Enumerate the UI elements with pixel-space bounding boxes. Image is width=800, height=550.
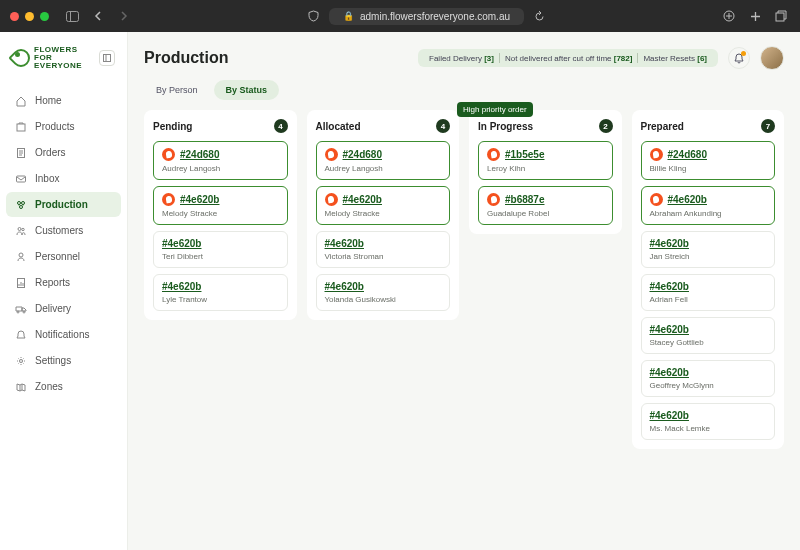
sidebar-item-label: Products <box>35 121 74 132</box>
maximize-window-icon[interactable] <box>40 12 49 21</box>
order-id-link[interactable]: #24d680 <box>180 149 219 160</box>
avatar[interactable] <box>760 46 784 70</box>
tabs-icon[interactable] <box>772 7 790 25</box>
order-card[interactable]: #4e620bGeoffrey McGlynn <box>641 360 776 397</box>
order-id-link[interactable]: #4e620b <box>650 367 689 378</box>
order-person: Leroy Kihn <box>487 164 604 173</box>
reload-icon[interactable] <box>530 7 548 25</box>
order-id-link[interactable]: #1b5e5e <box>505 149 544 160</box>
sidebar-toggle-icon[interactable] <box>63 7 81 25</box>
sidebar-item-products[interactable]: Products <box>6 114 121 139</box>
flower-icon <box>12 49 30 67</box>
svg-rect-6 <box>17 124 25 131</box>
tab-by-person[interactable]: By Person <box>144 80 210 100</box>
order-card[interactable]: #24d680Audrey Langosh <box>153 141 288 180</box>
header-actions: Failed Delivery [3]Not delivered after c… <box>418 46 784 70</box>
collapse-sidebar-button[interactable] <box>99 50 115 66</box>
sidebar-item-orders[interactable]: Orders <box>6 140 121 165</box>
minimize-window-icon[interactable] <box>25 12 34 21</box>
svg-point-11 <box>19 205 22 208</box>
order-id-link[interactable]: #4e620b <box>162 238 201 249</box>
address-bar[interactable]: 🔒 admin.flowersforeveryone.com.au <box>329 8 524 25</box>
browser-titlebar: 🔒 admin.flowersforeveryone.com.au <box>0 0 800 32</box>
order-person: Melody Stracke <box>162 209 279 218</box>
alert-segment[interactable]: Not delivered after cut off time [782] <box>500 54 637 63</box>
order-card[interactable]: #4e620bMs. Mack Lemke <box>641 403 776 440</box>
order-id-link[interactable]: #4e620b <box>325 238 364 249</box>
svg-point-10 <box>21 201 24 204</box>
order-card[interactable]: #4e620bStacey Gottlieb <box>641 317 776 354</box>
bell-icon[interactable] <box>728 47 750 69</box>
order-card[interactable]: #24d680Audrey Langosh <box>316 141 451 180</box>
sidebar-item-settings[interactable]: Settings <box>6 348 121 373</box>
order-card[interactable]: #4e620bLyle Trantow <box>153 274 288 311</box>
sidebar-item-label: Production <box>35 199 88 210</box>
tab-by-status[interactable]: By Status <box>214 80 280 100</box>
sidebar-item-reports[interactable]: Reports <box>6 270 121 295</box>
column-title: Prepared <box>641 121 684 132</box>
alert-segment[interactable]: Master Resets [6] <box>638 54 712 63</box>
sidebar-item-notifications[interactable]: Notifications <box>6 322 121 347</box>
column-title: Pending <box>153 121 192 132</box>
order-card[interactable]: #4e620bMelody Stracke <box>153 186 288 225</box>
personnel-icon <box>14 250 27 263</box>
nav: HomeProductsOrdersInboxProductionCustome… <box>6 88 121 399</box>
order-card[interactable]: #1b5e5eLeroy Kihn <box>478 141 613 180</box>
order-id-link[interactable]: #24d680 <box>343 149 382 160</box>
shield-icon[interactable] <box>305 7 323 25</box>
main-content: Production Failed Delivery [3]Not delive… <box>128 32 800 550</box>
order-id-link[interactable]: #4e620b <box>180 194 219 205</box>
kanban-board: Pending4#24d680Audrey Langosh#4e620bMelo… <box>144 110 784 449</box>
flame-icon <box>487 193 500 206</box>
brand-logo[interactable]: FLOWERS FOR EVERYONE <box>12 46 82 70</box>
order-id-link[interactable]: #4e620b <box>668 194 707 205</box>
order-card[interactable]: #b6887eGuadalupe Robel <box>478 186 613 225</box>
alert-summary[interactable]: Failed Delivery [3]Not delivered after c… <box>418 49 718 67</box>
order-card[interactable]: #4e620bVictoria Stroman <box>316 231 451 268</box>
order-card[interactable]: #4e620bMelody Stracke <box>316 186 451 225</box>
column-in-progress: High priority orderIn Progress2#1b5e5eLe… <box>469 110 622 234</box>
sidebar-item-delivery[interactable]: Delivery <box>6 296 121 321</box>
sidebar-item-inbox[interactable]: Inbox <box>6 166 121 191</box>
flame-icon <box>325 148 338 161</box>
order-card[interactable]: #24d680Billie Kling <box>641 141 776 180</box>
priority-tooltip: High priority order <box>457 102 533 117</box>
forward-icon[interactable] <box>115 7 133 25</box>
order-person: Melody Stracke <box>325 209 442 218</box>
order-id-link[interactable]: #4e620b <box>650 324 689 335</box>
new-tab-icon[interactable] <box>746 7 764 25</box>
order-person: Yolanda Gusikowski <box>325 295 442 304</box>
order-card[interactable]: #4e620bAdrian Fell <box>641 274 776 311</box>
order-person: Jan Streich <box>650 252 767 261</box>
alert-segment[interactable]: Failed Delivery [3] <box>424 54 499 63</box>
close-window-icon[interactable] <box>10 12 19 21</box>
order-id-link[interactable]: #b6887e <box>505 194 544 205</box>
order-card[interactable]: #4e620bAbraham Ankunding <box>641 186 776 225</box>
sidebar-item-customers[interactable]: Customers <box>6 218 121 243</box>
sidebar-item-personnel[interactable]: Personnel <box>6 244 121 269</box>
order-id-link[interactable]: #24d680 <box>668 149 707 160</box>
order-id-link[interactable]: #4e620b <box>162 281 201 292</box>
sidebar-item-label: Settings <box>35 355 71 366</box>
order-card[interactable]: #4e620bJan Streich <box>641 231 776 268</box>
sidebar-item-production[interactable]: Production <box>6 192 121 217</box>
inbox-icon <box>14 172 27 185</box>
order-id-link[interactable]: #4e620b <box>343 194 382 205</box>
order-card[interactable]: #4e620bYolanda Gusikowski <box>316 274 451 311</box>
share-icon[interactable] <box>720 7 738 25</box>
order-id-link[interactable]: #4e620b <box>325 281 364 292</box>
svg-rect-8 <box>16 176 25 182</box>
svg-point-9 <box>17 201 20 204</box>
products-icon <box>14 120 27 133</box>
svg-point-17 <box>23 311 25 313</box>
order-id-link[interactable]: #4e620b <box>650 238 689 249</box>
order-card[interactable]: #4e620bTeri Dibbert <box>153 231 288 268</box>
back-icon[interactable] <box>89 7 107 25</box>
notifications-icon <box>14 328 27 341</box>
sidebar-item-zones[interactable]: Zones <box>6 374 121 399</box>
order-id-link[interactable]: #4e620b <box>650 410 689 421</box>
order-person: Guadalupe Robel <box>487 209 604 218</box>
sidebar-item-home[interactable]: Home <box>6 88 121 113</box>
order-id-link[interactable]: #4e620b <box>650 281 689 292</box>
svg-rect-4 <box>104 55 111 62</box>
